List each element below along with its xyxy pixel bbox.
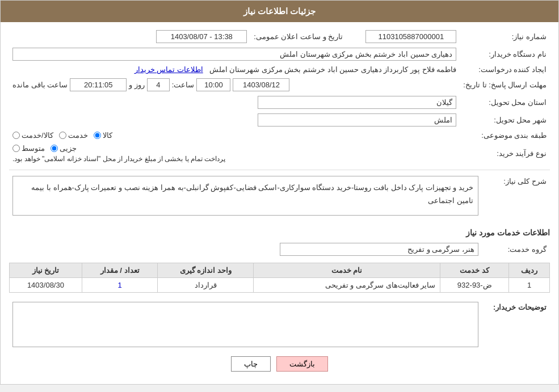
city-value: املش (258, 113, 456, 127)
deadline-time-label: ساعت: (172, 81, 195, 89)
col-header-date: تاریخ نیاز (10, 263, 82, 278)
process-radio1[interactable] (51, 145, 58, 152)
need-number-value: 1103105887000001 (365, 30, 456, 43)
process-label: نوع فرآیند خرید: (460, 142, 550, 165)
deadline-days: 4 (147, 78, 170, 91)
process-note: پرداخت تمام یا بخشی از مبلغ خریدار از مح… (12, 155, 225, 163)
province-value: گیلان (258, 96, 456, 109)
cell-count: 1 (82, 278, 158, 293)
service-group-value: هنر، سرگرمی و تفریح (280, 243, 478, 256)
cell-unit: قرارداد (158, 278, 254, 293)
process-radio2-label: متوسط (22, 144, 45, 153)
cell-name: سایر فعالیت‌های سرگرمی و تفریحی (253, 278, 440, 293)
process-radio1-label: جزیی (60, 144, 77, 153)
col-header-row-num: ردیف (509, 263, 550, 278)
divider1 (9, 170, 550, 170)
buyer-notes-label: توضیحات خریدار: (482, 300, 550, 349)
city-label: شهر محل تحویل: (460, 111, 550, 129)
button-row: بازگشت چاپ (9, 356, 550, 372)
back-button[interactable]: بازگشت (276, 356, 328, 372)
announce-value: 1403/08/07 - 13:38 (156, 30, 247, 43)
cell-date: 1403/08/30 (10, 278, 82, 293)
cell-row-num: 1 (509, 278, 550, 293)
deadline-date: 1403/08/12 (233, 78, 289, 91)
col-header-code: کد خدمت (440, 263, 509, 278)
category-radio1-label: کالا (103, 131, 112, 140)
page-title: جزئیات اطلاعات نیاز (243, 6, 316, 16)
category-radio2[interactable] (59, 132, 66, 139)
creator-label: ایجاد کننده درخواست: (460, 63, 550, 76)
col-header-count: تعداد / مقدار (82, 263, 158, 278)
services-table: ردیف کد خدمت نام خدمت واحد اندازه گیری ت… (9, 263, 550, 293)
service-group-label: گروه خدمت: (482, 241, 550, 258)
description-value: خرید و تجهیزات پارک داخل بافت روستا-خرید… (12, 176, 478, 216)
col-header-name: نام خدمت (253, 263, 440, 278)
print-button[interactable]: چاپ (231, 356, 271, 372)
category-radio3-label: کالا/خدمت (22, 131, 53, 140)
buyer-name-label: نام دستگاه خریدار: (460, 45, 550, 63)
deadline-remain: 20:11:05 (70, 78, 127, 91)
buyer-name-value: دهیاری حسین اباد خرشتم بخش مرکزی شهرستان… (12, 48, 456, 61)
page-header: جزئیات اطلاعات نیاز (1, 1, 558, 22)
process-radio2[interactable] (12, 145, 20, 152)
category-label: طبقه بندی موضوعی: (460, 129, 550, 142)
table-row: 1 ض-93-932 سایر فعالیت‌های سرگرمی و تفری… (10, 278, 550, 293)
deadline-time: 10:00 (196, 78, 230, 91)
deadline-days-label: روز و (129, 81, 145, 89)
category-radio2-label: خدمت (68, 131, 88, 140)
deadline-remain-label: ساعت باقی مانده (12, 81, 68, 89)
announce-label: تاریخ و ساعت اعلان عمومی: (250, 28, 346, 45)
col-header-unit: واحد اندازه گیری (158, 263, 254, 278)
service-info-title: اطلاعات خدمات مورد نیاز (9, 228, 550, 237)
creator-value: فاطمه فلاح پور کاربرداز دهیاری حسین اباد… (209, 65, 457, 74)
deadline-label: مهلت ارسال پاسخ: تا تاریخ: (460, 76, 550, 94)
province-label: استان محل تحویل: (460, 94, 550, 111)
buyer-notes-value (12, 302, 478, 347)
category-radio1[interactable] (94, 132, 101, 139)
cell-code: ض-93-932 (440, 278, 509, 293)
category-radio3[interactable] (12, 132, 20, 139)
need-number-label: شماره نیاز: (460, 28, 550, 45)
contact-link[interactable]: اطلاعات تماس خریدار (135, 65, 203, 74)
description-label: شرح کلی نیاز: (482, 174, 550, 222)
